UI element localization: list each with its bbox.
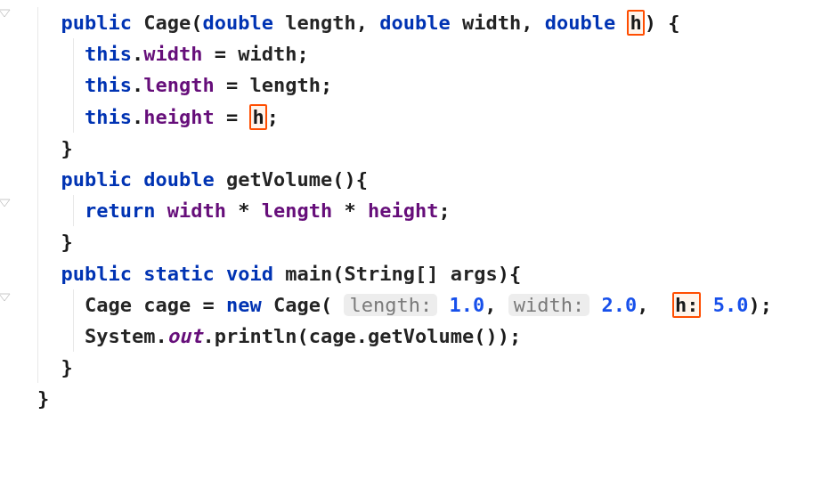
keyword-double: double <box>143 168 214 191</box>
code-line[interactable]: } <box>7 226 821 257</box>
param-width: width <box>462 12 521 34</box>
type-cage: Cage <box>85 294 132 316</box>
code-line[interactable]: Cage cage = new Cage( length: 1.0, width… <box>7 289 821 321</box>
method-getvolume: getVolume <box>226 168 332 191</box>
code-line[interactable]: this.width = width; <box>7 38 821 69</box>
method-println: println <box>215 325 297 347</box>
ctor-cage: Cage <box>273 294 321 316</box>
ident-length: length <box>249 74 320 96</box>
field-length: length <box>262 199 332 222</box>
code-line[interactable]: public static void main(String[] args){ <box>7 258 821 289</box>
call-getvolume: getVolume <box>368 325 474 347</box>
keyword-this: this <box>85 43 132 65</box>
code-line[interactable]: System.out.println(cage.getVolume()); <box>7 321 821 352</box>
keyword-static: static <box>143 263 214 285</box>
field-out: out <box>167 325 203 347</box>
constructor-name: Cage <box>143 12 191 34</box>
var-cage: cage <box>143 294 191 316</box>
class-system: System <box>85 325 155 347</box>
param-hint-h: h: <box>672 292 702 318</box>
keyword-double: double <box>379 12 450 34</box>
code-line[interactable]: } <box>7 133 821 164</box>
field-width: width <box>167 199 226 222</box>
field-length: length <box>143 74 214 96</box>
keyword-this: this <box>85 74 132 96</box>
keyword-double: double <box>545 12 615 34</box>
code-line[interactable]: this.height = h; <box>7 102 821 133</box>
code-line[interactable]: public double getVolume(){ <box>7 164 821 195</box>
keyword-void: void <box>226 263 273 285</box>
code-line[interactable]: public Cage(double length, double width,… <box>7 7 821 38</box>
field-height: height <box>143 106 214 128</box>
literal-1: 1.0 <box>449 294 484 316</box>
param-args: args <box>451 263 498 285</box>
param-length: length <box>285 12 355 34</box>
literal-5: 5.0 <box>713 294 749 316</box>
literal-2: 2.0 <box>601 294 637 316</box>
code-line[interactable]: } <box>7 352 821 383</box>
keyword-public: public <box>61 263 132 285</box>
keyword-double: double <box>202 12 272 34</box>
keyword-public: public <box>61 168 132 191</box>
keyword-this: this <box>85 106 132 128</box>
code-line[interactable]: return width * length * height; <box>7 195 821 226</box>
param-hint-length: length: <box>344 294 437 316</box>
keyword-return: return <box>85 199 155 222</box>
code-editor: public Cage(double length, double width,… <box>0 0 821 421</box>
code-line[interactable]: } <box>7 383 821 414</box>
code-line[interactable]: this.length = length; <box>7 69 821 101</box>
highlight-h-param: h <box>627 10 644 36</box>
param-hint-width: width: <box>508 294 589 316</box>
field-width: width <box>143 43 202 65</box>
method-main: main <box>285 263 332 285</box>
var-cage: cage <box>309 325 356 347</box>
highlight-h-use: h <box>249 104 266 130</box>
keyword-new: new <box>226 294 262 316</box>
keyword-public: public <box>61 12 132 34</box>
ident-width: width <box>238 43 297 65</box>
field-height: height <box>368 199 438 222</box>
type-string-array: String[] <box>344 263 438 285</box>
